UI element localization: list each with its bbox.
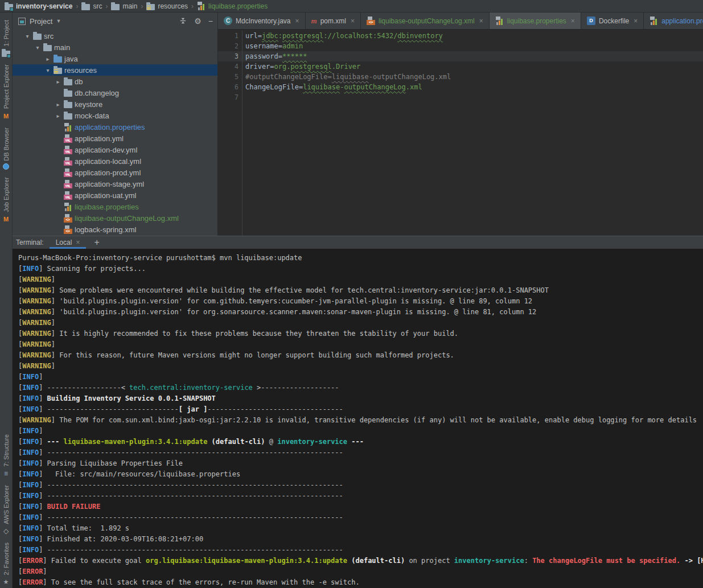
code-line[interactable]: 7 — [218, 92, 703, 102]
project-folder-icon — [5, 4, 13, 10]
editor-tab-pom-xml[interactable]: mpom.xml× — [306, 13, 361, 29]
new-terminal-session-button[interactable]: + — [94, 238, 99, 247]
close-icon[interactable]: × — [295, 17, 299, 25]
tree-item[interactable]: ▾main — [13, 42, 217, 53]
code-text: ChangeLogFile=liquibase-outputChangeLog.… — [242, 82, 703, 92]
terminal-title: Terminal: — [16, 239, 44, 246]
tree-item-label: liquibase.properties — [75, 203, 139, 211]
tree-item[interactable]: YMLapplication-stage.yml — [13, 178, 217, 190]
gear-icon[interactable]: ⚙ — [194, 17, 202, 25]
breadcrumb: inventory-service›src›main›resources›liq… — [0, 0, 703, 13]
class-file-icon: C — [224, 17, 232, 25]
tree-collapsed-arrow-icon[interactable]: ▸ — [54, 79, 63, 85]
breadcrumb-item[interactable]: liquibase.properties — [197, 2, 268, 10]
editor-tab-mdcinventory-java[interactable]: CMdcInventory.java× — [218, 13, 306, 29]
tree-item[interactable]: YMLapplication-prod.yml — [13, 167, 217, 178]
project-panel-actions: ⚙ − — [179, 17, 213, 26]
close-icon[interactable]: × — [571, 17, 575, 25]
stripe-button-aws-explorer[interactable]: AWS Explorer◇ — [3, 485, 10, 535]
tree-item[interactable]: ▸keystore — [13, 98, 217, 110]
tree-item[interactable]: ▸db — [13, 76, 217, 87]
breadcrumb-label: src — [93, 2, 102, 10]
code-text: url=jdbc:postgresql://localhost:5432/dbi… — [242, 31, 703, 41]
project-badge — [10, 7, 14, 11]
code-line[interactable]: 4driver=org.postgresql.Driver — [218, 61, 703, 72]
tree-item[interactable]: liquibase.properties — [13, 201, 217, 212]
code-line[interactable]: 2username=admin — [218, 41, 703, 51]
project-badge — [7, 54, 11, 58]
folder-blue-icon — [54, 56, 62, 63]
terminal-header: Terminal: Local× + — [13, 236, 703, 249]
matillion-icon: M — [3, 215, 9, 223]
tree-collapsed-arrow-icon[interactable]: ▸ — [43, 56, 52, 62]
tree-expanded-arrow-icon[interactable]: ▾ — [33, 44, 42, 51]
tree-item[interactable]: YMLapplication-local.yml — [13, 155, 217, 167]
code-text: #outputChangeLogFile=liquibase-outputCha… — [242, 72, 703, 82]
stripe-button-7-structure[interactable]: 7: Structure≡ — [3, 434, 10, 478]
terminal-line: [INFO] Finished at: 2020-03-09T16:08:21+… — [18, 534, 703, 545]
terminal-line: [INFO] --- liquibase-maven-plugin:3.4.1:… — [18, 437, 703, 447]
tree-item[interactable]: ▾resources — [13, 64, 217, 76]
breadcrumb-item[interactable]: inventory-service — [5, 2, 72, 10]
tree-item[interactable]: <>liquibase-outputChangeLog.xml — [13, 212, 217, 224]
terminal-line: [INFO] Scanning for projects... — [18, 264, 703, 274]
tree-item[interactable]: <>logback-spring.xml — [13, 224, 217, 235]
tree-item-label: src — [44, 32, 54, 40]
editor-tab-liquibase-properties[interactable]: liquibase.properties× — [490, 13, 581, 29]
stripe-button-db-browser[interactable]: DB Browser — [3, 128, 10, 170]
collapse-all-icon[interactable] — [179, 17, 187, 26]
terminal-line: [WARNING] It is highly recommended to fi… — [18, 328, 703, 339]
code-line[interactable]: 1url=jdbc:postgresql://localhost:5432/db… — [218, 31, 703, 41]
line-number: 6 — [218, 82, 242, 92]
tree-collapsed-arrow-icon[interactable]: ▸ — [54, 101, 63, 108]
tree-item[interactable]: application.properties — [13, 121, 217, 133]
stripe-label: 2: Favorites — [3, 542, 10, 575]
tree-item[interactable]: YMLapplication.yml — [13, 133, 217, 144]
code-line[interactable]: 5#outputChangeLogFile=liquibase-outputCh… — [218, 72, 703, 82]
tree-item[interactable]: YMLapplication-dev.yml — [13, 144, 217, 155]
close-icon[interactable]: × — [76, 239, 80, 246]
stripe-label: DB Browser — [3, 128, 10, 161]
close-icon[interactable]: × — [634, 17, 638, 25]
breadcrumb-item[interactable]: main — [111, 2, 137, 10]
tree-expanded-arrow-icon[interactable]: ▾ — [43, 67, 52, 73]
project-panel-title: Project — [30, 17, 52, 26]
tree-item-label: application-dev.yml — [75, 146, 137, 154]
tree-item[interactable]: ▾src — [13, 30, 217, 42]
tree-collapsed-arrow-icon[interactable]: ▸ — [54, 113, 63, 119]
tree-item-label: java — [64, 55, 78, 63]
editor-tab-dockerfile[interactable]: DDockerfile× — [581, 13, 644, 29]
editor[interactable]: 1url=jdbc:postgresql://localhost:5432/db… — [218, 30, 703, 236]
tree-item[interactable]: YMLapplication-uat.yml — [13, 190, 217, 201]
editor-tab-liquibase-outputchangelog-xml[interactable]: <>liquibase-outputChangeLog.xml× — [361, 13, 490, 29]
code-line[interactable]: 6ChangeLogFile=liquibase-outputChangeLog… — [218, 82, 703, 92]
breadcrumb-label: resources — [158, 2, 188, 10]
tree-item[interactable]: ▸mock-data — [13, 110, 217, 121]
stripe-button-1-project[interactable]: 1: Project — [2, 20, 10, 57]
terminal-tab-local[interactable]: Local× — [50, 236, 87, 249]
hide-panel-icon[interactable]: − — [208, 17, 213, 25]
main-area: 1: ProjectProject ExplorerMDB BrowserJob… — [0, 13, 703, 588]
editor-tab-application-properties[interactable]: application.properties× — [644, 13, 703, 29]
code-line[interactable]: 3password=****** — [218, 51, 703, 61]
stripe-button-project-explorer[interactable]: Project ExplorerM — [3, 64, 10, 120]
tree-item-label: db — [75, 77, 83, 86]
tree-item[interactable]: db.changelog — [13, 87, 217, 98]
tree-expanded-arrow-icon[interactable]: ▾ — [23, 33, 32, 39]
tree-item[interactable]: ▸java — [13, 53, 217, 64]
folder-icon — [33, 34, 42, 40]
tree-item-label: liquibase-outputChangeLog.xml — [75, 214, 179, 223]
stripe-button-2-favorites[interactable]: 2: Favorites★ — [3, 542, 10, 586]
terminal-output[interactable]: Purus-MacBook-Pro:inventory-service puru… — [13, 249, 703, 588]
close-icon[interactable]: × — [479, 17, 483, 25]
breadcrumb-item[interactable]: resources — [146, 2, 188, 10]
editor-empty-space[interactable] — [218, 102, 703, 236]
chevron-down-icon[interactable]: ▼ — [56, 18, 61, 24]
close-icon[interactable]: × — [351, 17, 355, 25]
terminal-tab-label: Local — [56, 239, 72, 246]
breadcrumb-item[interactable]: src — [81, 2, 102, 10]
stripe-button-job-explorer[interactable]: Job ExplorerM — [3, 177, 10, 223]
editor-tabs: CMdcInventory.java×mpom.xml×<>liquibase-… — [218, 13, 703, 30]
stripe-label: 1: Project — [3, 20, 10, 46]
folder-icon — [64, 102, 72, 108]
